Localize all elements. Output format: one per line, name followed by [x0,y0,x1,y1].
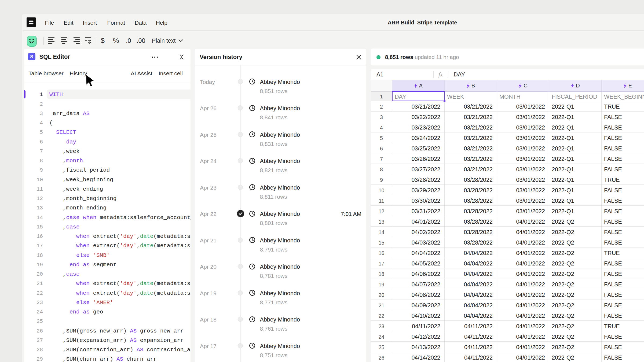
svg-text:S: S [30,54,33,59]
